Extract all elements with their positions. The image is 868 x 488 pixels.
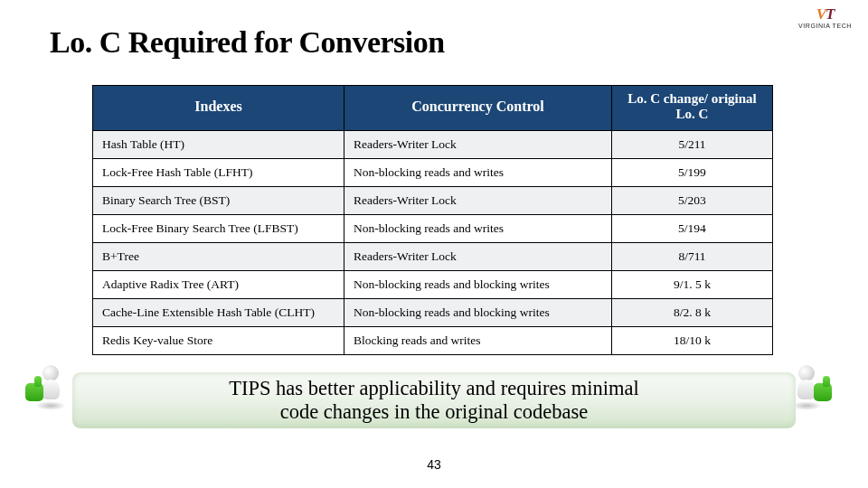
cell-index: Adaptive Radix Tree (ART) — [93, 270, 344, 298]
page-title: Lo. C Required for Conversion — [50, 25, 445, 60]
cell-loc: 5/199 — [612, 158, 773, 186]
cell-cc: Non-blocking reads and blocking writes — [344, 298, 612, 326]
cell-index: Cache-Line Extensible Hash Table (CLHT) — [93, 298, 344, 326]
vt-initials: VT — [816, 5, 835, 23]
cell-loc: 5/211 — [612, 130, 773, 158]
th-indexes: Indexes — [93, 86, 344, 131]
cell-loc: 5/203 — [612, 186, 773, 214]
table-row: Redis Key-value Store Blocking reads and… — [93, 326, 773, 354]
logo-letter-v: V — [816, 5, 826, 23]
cell-loc: 8/2. 8 k — [612, 298, 773, 326]
table-row: Hash Table (HT) Readers-Writer Lock 5/21… — [93, 130, 773, 158]
cell-index: Lock-Free Binary Search Tree (LFBST) — [93, 214, 344, 242]
logo-letter-t: T — [826, 5, 834, 23]
th-concurrency: Concurrency Control — [344, 86, 612, 131]
thumbs-up-figure-right — [794, 367, 819, 405]
th-loc-change: Lo. C change/ original Lo. C — [612, 86, 773, 131]
cell-cc: Readers-Writer Lock — [344, 186, 612, 214]
cell-cc: Blocking reads and writes — [344, 326, 612, 354]
table-header-row: Indexes Concurrency Control Lo. C change… — [93, 86, 773, 131]
table-row: B+Tree Readers-Writer Lock 8/711 — [93, 242, 773, 270]
cell-cc: Non-blocking reads and writes — [344, 158, 612, 186]
table-row: Adaptive Radix Tree (ART) Non-blocking r… — [93, 270, 773, 298]
table-row: Cache-Line Extensible Hash Table (CLHT) … — [93, 298, 773, 326]
banner-line1: TIPS has better applicability and requir… — [229, 377, 639, 400]
loc-table: Indexes Concurrency Control Lo. C change… — [92, 85, 773, 355]
vt-logo: VT VIRGINIA TECH — [798, 5, 852, 29]
cell-loc: 9/1. 5 k — [612, 270, 773, 298]
cell-cc: Non-blocking reads and blocking writes — [344, 270, 612, 298]
cell-loc: 8/711 — [612, 242, 773, 270]
summary-banner: TIPS has better applicability and requir… — [72, 372, 796, 428]
banner-line2: code changes in the original codebase — [280, 400, 589, 424]
cell-index: Binary Search Tree (BST) — [93, 186, 344, 214]
cell-index: Lock-Free Hash Table (LFHT) — [93, 158, 344, 186]
cell-index: Redis Key-value Store — [93, 326, 344, 354]
cell-loc: 18/10 k — [612, 326, 773, 354]
table-row: Lock-Free Hash Table (LFHT) Non-blocking… — [93, 158, 773, 186]
cell-cc: Non-blocking reads and writes — [344, 214, 612, 242]
cell-cc: Readers-Writer Lock — [344, 130, 612, 158]
thumbs-up-figure-left — [38, 367, 63, 405]
table-row: Lock-Free Binary Search Tree (LFBST) Non… — [93, 214, 773, 242]
cell-cc: Readers-Writer Lock — [344, 242, 612, 270]
cell-loc: 5/194 — [612, 214, 773, 242]
page-number: 43 — [0, 457, 868, 472]
slide: VT VIRGINIA TECH Lo. C Required for Conv… — [0, 0, 868, 488]
cell-index: Hash Table (HT) — [93, 130, 344, 158]
table-row: Binary Search Tree (BST) Readers-Writer … — [93, 186, 773, 214]
vt-subtext: VIRGINIA TECH — [798, 23, 852, 29]
cell-index: B+Tree — [93, 242, 344, 270]
